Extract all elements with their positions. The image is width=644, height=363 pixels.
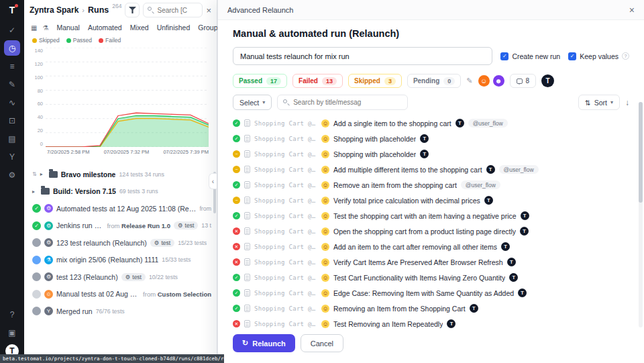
expand-arrow-icon[interactable]: ▸ <box>32 189 38 195</box>
compose-icon[interactable]: ✎ <box>4 76 20 92</box>
test-doc-icon <box>244 243 250 250</box>
flask-icon[interactable]: ⚗ <box>42 24 48 32</box>
filter-button[interactable] <box>125 3 140 17</box>
modal-scrollbar-thumb[interactable] <box>639 102 643 203</box>
emoji-face-icon <box>321 197 329 205</box>
status-filter-chip[interactable]: Failed13 <box>292 74 343 88</box>
tree-run[interactable]: ⚙ test 123 (Relaunch) ⚙test 10/22 tests <box>32 268 211 286</box>
test-row[interactable]: Shopping Cart @… Add an item to the cart… <box>233 239 629 254</box>
tree-folder[interactable]: ▸ Build: Version 7.15 69 tests 3 runs <box>32 183 211 201</box>
user-avatar[interactable]: T <box>541 74 554 87</box>
assignee-avatar[interactable]: T <box>484 196 493 205</box>
cancel-button[interactable]: Cancel <box>301 334 343 352</box>
tree-folder[interactable]: ⇅ ▸ Bravo milestone 124 tests 34 runs <box>32 166 211 183</box>
legend-item: Passed <box>66 37 92 44</box>
test-row[interactable]: Shopping Cart @… Shopping with placehold… <box>233 131 629 146</box>
create-new-run-checkbox[interactable]: ✓ Create new run <box>500 52 560 60</box>
tree-run[interactable]: ⚗ mix origin 25/06 (Relaunch) 1111 15/33… <box>32 252 211 269</box>
runs-search[interactable] <box>143 3 203 17</box>
assignee-avatar[interactable]: T <box>486 165 495 174</box>
advanced-relaunch-modal: Advanced Relaunch × Manual & automated r… <box>217 0 644 363</box>
test-row[interactable]: Shopping Cart @… Add a single item to th… <box>233 115 629 131</box>
test-row[interactable]: Shopping Cart @… Removing an Item from t… <box>233 301 629 316</box>
runs-tab[interactable]: Automated <box>88 23 122 32</box>
assignee-avatar[interactable]: T <box>501 242 510 251</box>
breadcrumb-project[interactable]: Zyntra Spark <box>30 5 78 15</box>
drag-handle-icon[interactable]: ⇅ <box>32 171 37 177</box>
test-row[interactable]: Shopping Cart @… Shopping with placehold… <box>233 146 629 162</box>
assignee-avatar[interactable]: T <box>518 289 527 297</box>
tree-run[interactable]: Y Merged run 76/76 tests <box>32 303 211 320</box>
assignee-avatar[interactable]: T <box>455 119 464 127</box>
branch-icon[interactable]: Y <box>4 149 20 164</box>
edit-icon[interactable]: ✎ <box>466 76 472 85</box>
assignee-avatar[interactable]: T <box>521 211 529 220</box>
sort-direction-button[interactable]: ↓ <box>625 98 629 107</box>
docs-icon[interactable]: ▣ <box>4 325 20 340</box>
run-name-input[interactable] <box>233 47 492 65</box>
test-row[interactable]: Shopping Cart @… Verify Cart Items Are P… <box>233 254 629 270</box>
assignee-avatar[interactable]: T <box>447 319 455 328</box>
tree-run[interactable]: ⚙ 123 test relaunch (Relaunch) ⚙test 15/… <box>32 234 211 252</box>
select-dropdown[interactable]: Select ▾ <box>233 95 272 110</box>
status-filter-chip[interactable]: Passed17 <box>233 74 287 88</box>
test-row[interactable]: Shopping Cart @… Edge Case: Removing Ite… <box>233 285 629 301</box>
assignee-avatar[interactable]: T <box>470 304 478 313</box>
grid-icon[interactable]: ▦ <box>31 24 37 32</box>
export-icon[interactable]: ⊡ <box>4 113 20 128</box>
assignee-avatar[interactable]: T <box>520 227 529 236</box>
expand-arrow-icon[interactable]: ▸ <box>40 171 46 177</box>
test-row[interactable]: Shopping Cart @… Open the shopping cart … <box>233 223 629 239</box>
test-row[interactable]: Shopping Cart @… Test Cart Functionality… <box>233 270 629 285</box>
comments-filter[interactable]: 8 <box>510 74 537 88</box>
relaunch-button[interactable]: ↻ Relaunch <box>233 334 295 352</box>
runs-tab[interactable]: Manual <box>56 23 79 32</box>
close-panel-button[interactable]: × <box>206 5 211 15</box>
tag-pill[interactable]: @user_flow <box>468 119 508 127</box>
test-doc-icon <box>244 320 250 327</box>
runs-tab[interactable]: Mixed <box>130 23 149 32</box>
test-doc-icon <box>244 305 250 312</box>
sort-dropdown[interactable]: ⇅ Sort ▾ <box>578 95 620 110</box>
pulse-icon[interactable]: ∿ <box>4 95 20 110</box>
status-filter-chip[interactable]: Skipped3 <box>348 74 402 88</box>
assignee-avatar[interactable]: T <box>420 134 429 143</box>
test-row[interactable]: Shopping Cart @… Remove an item from the… <box>233 177 629 193</box>
gallery-icon[interactable]: ▤ <box>4 131 20 146</box>
test-row[interactable]: Shopping Cart @… Test the shopping cart … <box>233 208 629 223</box>
help-circle-icon[interactable]: ? <box>622 52 629 60</box>
tree-run[interactable]: ✓ ⚙ Automated tests at 12 Aug 2025 11:08… <box>32 200 211 217</box>
tree-run[interactable]: ☺ Manual tests at 02 Aug 2025 13:38 from… <box>32 286 211 303</box>
tests-icon[interactable]: ✓ <box>4 22 20 38</box>
reports-icon[interactable]: ≡ <box>4 58 20 74</box>
test-row[interactable]: Shopping Cart @… Add multiple different … <box>233 162 629 177</box>
test-row[interactable]: Shopping Cart @… Verify total price calc… <box>233 193 629 208</box>
status-filter-chip[interactable]: Pending0 <box>407 74 461 88</box>
chevron-down-icon: ▾ <box>262 99 265 105</box>
orange-avatar-icon[interactable]: ☺ <box>478 75 490 87</box>
keep-values-checkbox[interactable]: ✓ Keep values ? <box>568 52 629 60</box>
tree-row-label: test 123 (Relaunch) <box>56 273 118 281</box>
runs-search-input[interactable] <box>157 7 198 14</box>
test-row[interactable]: Shopping Cart @… Test Removing an Item R… <box>233 316 629 329</box>
tests-search-input[interactable] <box>293 99 402 106</box>
tests-search[interactable] <box>277 95 408 110</box>
assignee-avatar[interactable]: T <box>420 150 429 158</box>
runs-tab[interactable]: Unfinished <box>157 23 191 32</box>
help-icon[interactable]: ? <box>4 307 20 322</box>
close-modal-button[interactable]: × <box>629 5 635 15</box>
assignee-avatar[interactable]: T <box>509 273 518 282</box>
legend-dot <box>99 38 103 43</box>
breadcrumb-page[interactable]: Runs <box>88 5 109 15</box>
tree-run[interactable]: ✓ ⚙ Jenkins run (Relaunch) from Release … <box>32 217 211 235</box>
runs-icon[interactable]: ◷ <box>4 40 20 56</box>
app-logo[interactable]: T <box>9 5 15 15</box>
suite-prefix: Shopping Cart @… <box>254 321 317 327</box>
collapse-panel-button[interactable]: ‹ <box>209 173 217 189</box>
purple-avatar-icon[interactable]: ☻ <box>493 75 504 87</box>
tag-pill[interactable]: @user_flow <box>499 165 539 174</box>
tag-pill[interactable]: @user_flow <box>461 180 500 189</box>
settings-icon[interactable]: ⚙ <box>4 167 20 183</box>
modal-scrollbar[interactable] <box>639 102 643 327</box>
assignee-avatar[interactable]: T <box>507 258 516 266</box>
